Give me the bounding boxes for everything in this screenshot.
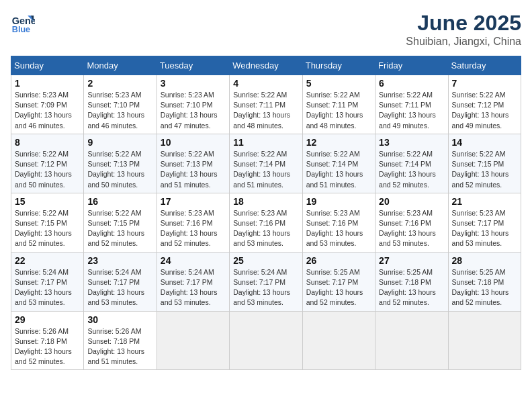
day-number: 30	[87, 314, 152, 325]
calendar-cell: 6 Sunrise: 5:22 AM Sunset: 7:11 PM Dayli…	[375, 75, 448, 134]
calendar-week-row: 29 Sunrise: 5:26 AM Sunset: 7:18 PM Dayl…	[11, 311, 521, 370]
day-number: 27	[379, 255, 444, 266]
calendar-cell: 28 Sunrise: 5:25 AM Sunset: 7:18 PM Dayl…	[448, 252, 521, 311]
calendar-cell: 30 Sunrise: 5:26 AM Sunset: 7:18 PM Dayl…	[84, 311, 157, 370]
day-info: Sunrise: 5:23 AM Sunset: 7:16 PM Dayligh…	[306, 208, 371, 249]
day-number: 21	[452, 196, 517, 207]
day-number: 11	[233, 137, 298, 148]
day-info: Sunrise: 5:22 AM Sunset: 7:11 PM Dayligh…	[379, 90, 444, 131]
col-saturday: Saturday	[448, 56, 521, 75]
day-info: Sunrise: 5:22 AM Sunset: 7:14 PM Dayligh…	[306, 149, 371, 190]
calendar-cell: 8 Sunrise: 5:22 AM Sunset: 7:12 PM Dayli…	[11, 134, 84, 193]
day-info: Sunrise: 5:22 AM Sunset: 7:15 PM Dayligh…	[452, 149, 517, 190]
day-number: 8	[15, 137, 80, 148]
day-info: Sunrise: 5:22 AM Sunset: 7:14 PM Dayligh…	[379, 149, 444, 190]
day-number: 28	[452, 255, 517, 266]
calendar-cell	[448, 311, 521, 370]
day-info: Sunrise: 5:23 AM Sunset: 7:10 PM Dayligh…	[87, 90, 152, 131]
col-tuesday: Tuesday	[157, 56, 229, 75]
calendar-cell: 23 Sunrise: 5:24 AM Sunset: 7:17 PM Dayl…	[84, 252, 157, 311]
calendar-cell: 5 Sunrise: 5:22 AM Sunset: 7:11 PM Dayli…	[302, 75, 375, 134]
day-number: 6	[379, 78, 444, 89]
calendar-cell: 17 Sunrise: 5:23 AM Sunset: 7:16 PM Dayl…	[157, 193, 229, 252]
day-number: 14	[452, 137, 517, 148]
day-info: Sunrise: 5:25 AM Sunset: 7:17 PM Dayligh…	[306, 267, 371, 308]
weekday-header-row: Sunday Monday Tuesday Wednesday Thursday…	[11, 56, 521, 75]
day-number: 24	[161, 255, 226, 266]
calendar-cell: 1 Sunrise: 5:23 AM Sunset: 7:09 PM Dayli…	[11, 75, 84, 134]
day-number: 18	[233, 196, 298, 207]
calendar-cell: 19 Sunrise: 5:23 AM Sunset: 7:16 PM Dayl…	[302, 193, 375, 252]
col-friday: Friday	[375, 56, 448, 75]
calendar-cell: 15 Sunrise: 5:22 AM Sunset: 7:15 PM Dayl…	[11, 193, 84, 252]
calendar-week-row: 15 Sunrise: 5:22 AM Sunset: 7:15 PM Dayl…	[11, 193, 521, 252]
day-info: Sunrise: 5:24 AM Sunset: 7:17 PM Dayligh…	[87, 267, 152, 308]
day-info: Sunrise: 5:22 AM Sunset: 7:15 PM Dayligh…	[87, 208, 152, 249]
calendar-cell: 27 Sunrise: 5:25 AM Sunset: 7:18 PM Dayl…	[375, 252, 448, 311]
calendar-week-row: 1 Sunrise: 5:23 AM Sunset: 7:09 PM Dayli…	[11, 75, 521, 134]
day-info: Sunrise: 5:22 AM Sunset: 7:15 PM Dayligh…	[15, 208, 80, 249]
calendar-cell: 13 Sunrise: 5:22 AM Sunset: 7:14 PM Dayl…	[375, 134, 448, 193]
day-number: 9	[87, 137, 152, 148]
calendar-cell: 12 Sunrise: 5:22 AM Sunset: 7:14 PM Dayl…	[302, 134, 375, 193]
page-header: General Blue June 2025 Shuibian, Jiangxi…	[11, 11, 521, 48]
calendar-cell: 7 Sunrise: 5:22 AM Sunset: 7:12 PM Dayli…	[448, 75, 521, 134]
day-number: 10	[161, 137, 226, 148]
col-sunday: Sunday	[11, 56, 84, 75]
day-number: 1	[15, 78, 80, 89]
calendar-cell: 29 Sunrise: 5:26 AM Sunset: 7:18 PM Dayl…	[11, 311, 84, 370]
day-info: Sunrise: 5:22 AM Sunset: 7:14 PM Dayligh…	[233, 149, 298, 190]
calendar-cell: 3 Sunrise: 5:23 AM Sunset: 7:10 PM Dayli…	[157, 75, 229, 134]
day-info: Sunrise: 5:23 AM Sunset: 7:16 PM Dayligh…	[233, 208, 298, 249]
col-wednesday: Wednesday	[230, 56, 302, 75]
day-number: 12	[306, 137, 371, 148]
day-number: 4	[233, 78, 298, 89]
day-info: Sunrise: 5:26 AM Sunset: 7:18 PM Dayligh…	[15, 326, 80, 367]
day-info: Sunrise: 5:24 AM Sunset: 7:17 PM Dayligh…	[161, 267, 226, 308]
col-thursday: Thursday	[302, 56, 375, 75]
day-info: Sunrise: 5:24 AM Sunset: 7:17 PM Dayligh…	[15, 267, 80, 308]
calendar-cell: 22 Sunrise: 5:24 AM Sunset: 7:17 PM Dayl…	[11, 252, 84, 311]
day-info: Sunrise: 5:26 AM Sunset: 7:18 PM Dayligh…	[87, 326, 152, 367]
calendar-cell: 21 Sunrise: 5:23 AM Sunset: 7:17 PM Dayl…	[448, 193, 521, 252]
calendar-cell: 2 Sunrise: 5:23 AM Sunset: 7:10 PM Dayli…	[84, 75, 157, 134]
day-info: Sunrise: 5:23 AM Sunset: 7:16 PM Dayligh…	[379, 208, 444, 249]
calendar-table: Sunday Monday Tuesday Wednesday Thursday…	[11, 56, 521, 370]
location: Shuibian, Jiangxi, China	[406, 36, 521, 48]
calendar-cell: 16 Sunrise: 5:22 AM Sunset: 7:15 PM Dayl…	[84, 193, 157, 252]
day-info: Sunrise: 5:24 AM Sunset: 7:17 PM Dayligh…	[233, 267, 298, 308]
day-number: 26	[306, 255, 371, 266]
calendar-cell: 26 Sunrise: 5:25 AM Sunset: 7:17 PM Dayl…	[302, 252, 375, 311]
day-number: 2	[87, 78, 152, 89]
calendar-cell: 25 Sunrise: 5:24 AM Sunset: 7:17 PM Dayl…	[230, 252, 302, 311]
day-number: 15	[15, 196, 80, 207]
calendar-cell: 20 Sunrise: 5:23 AM Sunset: 7:16 PM Dayl…	[375, 193, 448, 252]
day-info: Sunrise: 5:25 AM Sunset: 7:18 PM Dayligh…	[452, 267, 517, 308]
month-title: June 2025	[406, 11, 521, 36]
logo-icon: General Blue	[11, 11, 35, 35]
calendar-cell: 4 Sunrise: 5:22 AM Sunset: 7:11 PM Dayli…	[230, 75, 302, 134]
logo: General Blue	[11, 11, 35, 35]
day-number: 13	[379, 137, 444, 148]
day-info: Sunrise: 5:22 AM Sunset: 7:12 PM Dayligh…	[452, 90, 517, 131]
day-number: 5	[306, 78, 371, 89]
day-info: Sunrise: 5:22 AM Sunset: 7:11 PM Dayligh…	[306, 90, 371, 131]
day-info: Sunrise: 5:23 AM Sunset: 7:17 PM Dayligh…	[452, 208, 517, 249]
day-info: Sunrise: 5:22 AM Sunset: 7:13 PM Dayligh…	[161, 149, 226, 190]
day-number: 22	[15, 255, 80, 266]
calendar-week-row: 8 Sunrise: 5:22 AM Sunset: 7:12 PM Dayli…	[11, 134, 521, 193]
day-info: Sunrise: 5:25 AM Sunset: 7:18 PM Dayligh…	[379, 267, 444, 308]
day-number: 20	[379, 196, 444, 207]
day-info: Sunrise: 5:22 AM Sunset: 7:13 PM Dayligh…	[87, 149, 152, 190]
calendar-cell	[230, 311, 302, 370]
col-monday: Monday	[84, 56, 157, 75]
day-number: 16	[87, 196, 152, 207]
calendar-cell: 24 Sunrise: 5:24 AM Sunset: 7:17 PM Dayl…	[157, 252, 229, 311]
day-info: Sunrise: 5:23 AM Sunset: 7:16 PM Dayligh…	[161, 208, 226, 249]
day-info: Sunrise: 5:23 AM Sunset: 7:10 PM Dayligh…	[161, 90, 226, 131]
calendar-cell	[375, 311, 448, 370]
day-info: Sunrise: 5:23 AM Sunset: 7:09 PM Dayligh…	[15, 90, 80, 131]
calendar-cell	[157, 311, 229, 370]
day-number: 19	[306, 196, 371, 207]
day-number: 17	[161, 196, 226, 207]
